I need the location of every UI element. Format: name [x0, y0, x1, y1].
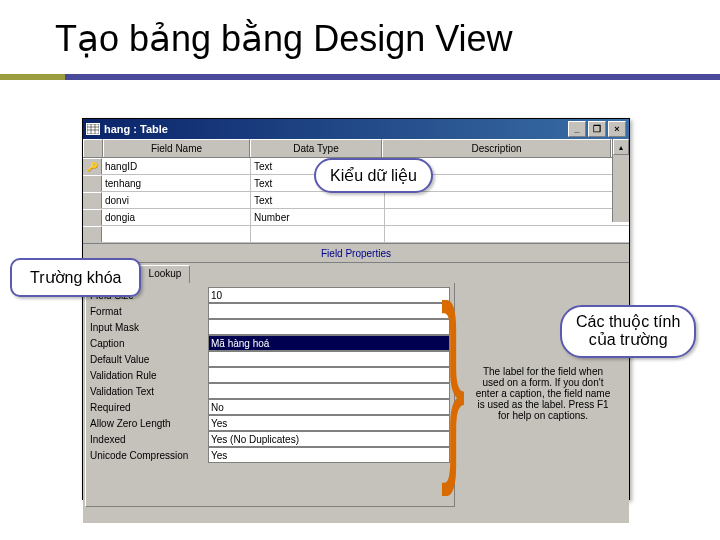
- row-selector-header: [83, 139, 103, 157]
- field-name-cell[interactable]: donvi: [102, 192, 251, 208]
- title-accent: [0, 74, 65, 80]
- allow-zero-length-input[interactable]: Yes: [208, 415, 450, 431]
- input-mask-input[interactable]: [208, 319, 450, 335]
- grid-header-row: Field Name Data Type Description: [83, 139, 629, 158]
- prop-label: Validation Rule: [90, 370, 208, 381]
- row-selector[interactable]: [83, 226, 102, 242]
- field-name-cell[interactable]: tenhang: [102, 175, 251, 191]
- table-icon: [86, 123, 100, 135]
- data-type-cell[interactable]: Text: [251, 192, 385, 208]
- field-name-cell[interactable]: hangID: [102, 158, 251, 174]
- callout-keyfield: Trường khóa: [10, 258, 141, 297]
- row-selector[interactable]: [83, 209, 102, 225]
- callout-datatype: Kiểu dữ liệu: [314, 158, 433, 193]
- row-selector[interactable]: [83, 192, 102, 208]
- minimize-button[interactable]: _: [568, 121, 586, 137]
- row-selector[interactable]: [83, 175, 102, 191]
- unicode-compression-input[interactable]: Yes: [208, 447, 450, 463]
- description-cell[interactable]: [385, 192, 629, 208]
- prop-label: Required: [90, 402, 208, 413]
- primary-key-icon[interactable]: 🔑: [83, 158, 102, 174]
- field-properties-label: Field Properties: [83, 243, 629, 263]
- indexed-input[interactable]: Yes (No Duplicates): [208, 431, 450, 447]
- titlebar[interactable]: hang : Table _ ❐ ×: [83, 119, 629, 139]
- default-value-input[interactable]: [208, 351, 450, 367]
- table-row[interactable]: [83, 226, 629, 243]
- properties-panel: Field Size10 Format Input Mask CaptionMã…: [85, 283, 455, 507]
- data-type-cell[interactable]: [251, 226, 385, 242]
- caption-input[interactable]: Mã hàng hoá: [208, 335, 450, 351]
- description-header: Description: [382, 139, 611, 157]
- close-button[interactable]: ×: [608, 121, 626, 137]
- prop-label: Indexed: [90, 434, 208, 445]
- data-type-cell[interactable]: Number: [251, 209, 385, 225]
- prop-label: Unicode Compression: [90, 450, 208, 461]
- validation-rule-input[interactable]: [208, 367, 450, 383]
- validation-text-input[interactable]: [208, 383, 450, 399]
- prop-label: Format: [90, 306, 208, 317]
- scroll-up-button[interactable]: ▴: [613, 139, 629, 155]
- window-title: hang : Table: [104, 123, 568, 135]
- description-cell[interactable]: [385, 226, 629, 242]
- svg-rect-0: [87, 124, 99, 134]
- tab-lookup[interactable]: Lookup: [140, 265, 191, 283]
- required-input[interactable]: No: [208, 399, 450, 415]
- help-pane: The label for the field when used on a f…: [457, 263, 629, 523]
- restore-button[interactable]: ❐: [588, 121, 606, 137]
- prop-label: Validation Text: [90, 386, 208, 397]
- prop-label: Input Mask: [90, 322, 208, 333]
- vertical-scrollbar[interactable]: ▴: [612, 139, 629, 222]
- format-input[interactable]: [208, 303, 450, 319]
- table-row[interactable]: dongia Number: [83, 209, 629, 226]
- slide-title: Tạo bảng bằng Design View: [55, 18, 513, 60]
- data-type-header: Data Type: [250, 139, 382, 157]
- callout-props: Các thuộc tính của trường: [560, 305, 696, 358]
- prop-label: Default Value: [90, 354, 208, 365]
- field-name-header: Field Name: [103, 139, 250, 157]
- title-rule: [0, 74, 720, 80]
- prop-label: Allow Zero Length: [90, 418, 208, 429]
- prop-label: Caption: [90, 338, 208, 349]
- help-text: The label for the field when used on a f…: [465, 366, 621, 421]
- field-name-cell[interactable]: [102, 226, 251, 242]
- table-row[interactable]: donvi Text: [83, 192, 629, 209]
- description-cell[interactable]: [385, 209, 629, 225]
- field-size-input[interactable]: 10: [208, 287, 450, 303]
- field-name-cell[interactable]: dongia: [102, 209, 251, 225]
- brace-icon: }: [441, 280, 466, 480]
